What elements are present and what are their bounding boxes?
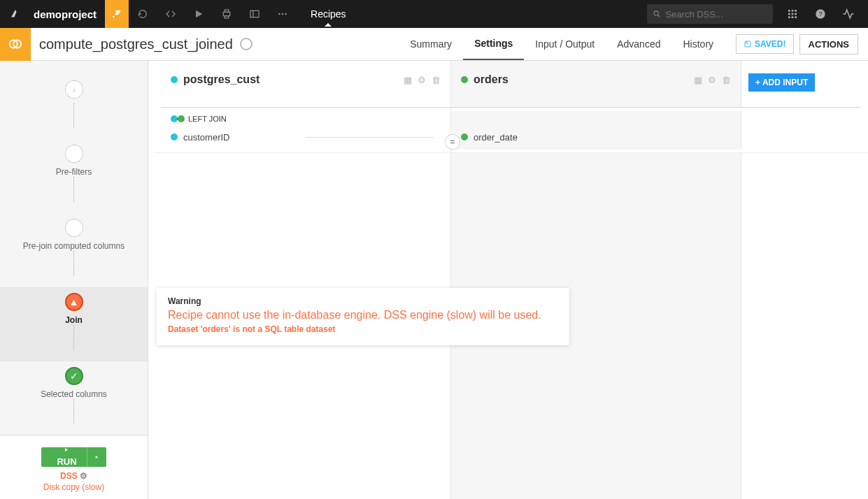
join-type-label: LEFT JOIN	[188, 115, 227, 123]
tab-settings[interactable]: Settings	[463, 28, 524, 60]
dataset-right-name: orders	[474, 73, 508, 86]
table-icon[interactable]: ▦	[404, 75, 412, 85]
tab-summary[interactable]: Summary	[399, 28, 463, 60]
svg-rect-4	[225, 10, 228, 12]
join-left-column[interactable]: customerID	[183, 132, 229, 143]
warning-message: Recipe cannot use the in-database engine…	[168, 309, 558, 321]
dataset-left[interactable]: postgres_cust	[171, 73, 259, 86]
svg-point-9	[282, 13, 284, 15]
warning-title: Warning	[168, 296, 558, 306]
search-input[interactable]	[665, 9, 767, 20]
svg-point-0	[113, 16, 115, 18]
svg-text:?: ?	[818, 10, 822, 17]
engine-sub: Disk copy (slow)	[7, 482, 141, 492]
svg-marker-28	[65, 448, 68, 451]
step-label: Selected columns	[0, 389, 148, 399]
project-name[interactable]: demoproject	[31, 8, 105, 20]
activity-icon[interactable]	[836, 0, 861, 28]
more-icon[interactable]	[269, 0, 297, 28]
svg-rect-17	[792, 13, 794, 15]
tab-history[interactable]: History	[671, 28, 725, 60]
svg-rect-14	[792, 10, 794, 12]
svg-rect-21	[795, 16, 797, 18]
svg-rect-15	[795, 10, 797, 12]
step-prefilters[interactable]: Pre-filters	[0, 139, 148, 213]
apps-icon[interactable]	[780, 0, 805, 28]
step-join[interactable]: ▲ Join	[0, 287, 148, 361]
svg-point-29	[96, 456, 98, 458]
warning-detail: Dataset 'orders' is not a SQL table data…	[168, 324, 558, 334]
svg-rect-19	[788, 16, 790, 18]
dot-icon	[171, 133, 178, 140]
info-icon[interactable]	[240, 38, 252, 50]
svg-point-10	[285, 13, 287, 15]
play-icon[interactable]	[185, 0, 213, 28]
flow-button[interactable]	[105, 0, 129, 28]
dot-icon	[461, 76, 468, 83]
join-type[interactable]: LEFT JOIN	[171, 115, 441, 123]
print-icon[interactable]	[213, 0, 241, 28]
dataset-left-name: postgres_cust	[183, 73, 259, 86]
tab-bar: Summary Settings Input / Output Advanced…	[399, 28, 868, 60]
gear-icon[interactable]: ⚙	[418, 75, 426, 85]
table-icon[interactable]: ▦	[694, 75, 702, 85]
input-right: orders ▦ ⚙ 🗑	[451, 61, 741, 107]
input-left: postgres_cust ▦ ⚙ 🗑	[161, 61, 451, 107]
recipe-header: compute_postgres_cust_joined Summary Set…	[0, 28, 868, 61]
top-nav: demoproject Recipes ?	[0, 0, 868, 28]
join-left-col: LEFT JOIN customerID	[161, 108, 451, 152]
recipe-title: compute_postgres_cust_joined	[31, 36, 261, 52]
run-label: RUN	[57, 456, 76, 467]
run-panel: RUN DSS ⚙ Disk copy (slow)	[0, 435, 148, 499]
engine-label[interactable]: DSS ⚙	[7, 471, 141, 481]
help-icon[interactable]: ?	[808, 0, 833, 28]
step-prejoin[interactable]: Pre-join computed columns	[0, 213, 148, 287]
svg-rect-13	[788, 10, 790, 12]
svg-point-1	[119, 10, 121, 13]
add-input-button[interactable]: + ADD INPUT	[748, 73, 815, 92]
step-start[interactable]	[0, 75, 148, 139]
dot-icon	[171, 76, 178, 83]
step-label: Join	[0, 315, 148, 325]
gear-icon[interactable]: ⚙	[708, 75, 716, 85]
trash-icon[interactable]: 🗑	[432, 75, 441, 85]
join-right-column[interactable]: order_date	[474, 132, 518, 143]
svg-rect-26	[745, 41, 750, 47]
dot-icon	[461, 133, 468, 140]
svg-rect-6	[250, 10, 259, 17]
warning-box: Warning Recipe cannot use the in-databas…	[157, 288, 569, 345]
join-right-col: order_date	[451, 111, 741, 150]
step-label: Pre-join computed columns	[0, 241, 148, 251]
svg-rect-18	[795, 13, 797, 15]
tab-advanced[interactable]: Advanced	[606, 28, 671, 60]
run-options[interactable]	[87, 447, 106, 467]
step-label: Pre-filters	[0, 167, 148, 177]
code-icon[interactable]	[157, 0, 185, 28]
svg-point-11	[654, 11, 658, 15]
recipe-title-text: compute_postgres_cust_joined	[39, 36, 233, 52]
actions-button[interactable]: ACTIONS	[799, 34, 859, 55]
svg-rect-16	[788, 13, 790, 15]
dataset-right[interactable]: orders	[461, 73, 508, 86]
steps-sidebar: Pre-filters Pre-join computed columns ▲ …	[0, 61, 148, 499]
run-button[interactable]: RUN	[41, 447, 106, 467]
svg-point-8	[278, 13, 280, 15]
svg-rect-5	[225, 16, 228, 18]
search-box[interactable]	[647, 4, 773, 24]
layout-icon[interactable]	[241, 0, 269, 28]
saved-badge: SAVED!	[736, 34, 793, 54]
svg-rect-3	[223, 12, 229, 15]
step-selected[interactable]: ✓ Selected columns	[0, 361, 148, 435]
bird-icon[interactable]	[0, 8, 31, 20]
refresh-icon[interactable]	[129, 0, 157, 28]
saved-label: SAVED!	[755, 39, 785, 49]
trash-icon[interactable]: 🗑	[722, 75, 731, 85]
svg-rect-20	[792, 16, 794, 18]
svg-marker-2	[196, 10, 202, 18]
breadcrumb-recipes[interactable]: Recipes	[311, 8, 346, 20]
svg-line-12	[658, 15, 660, 17]
tab-io[interactable]: Input / Output	[524, 28, 606, 60]
equals-op[interactable]: =	[445, 134, 460, 150]
join-canvas: postgres_cust ▦ ⚙ 🗑 orders ▦	[154, 61, 868, 499]
recipe-join-icon	[0, 28, 31, 61]
